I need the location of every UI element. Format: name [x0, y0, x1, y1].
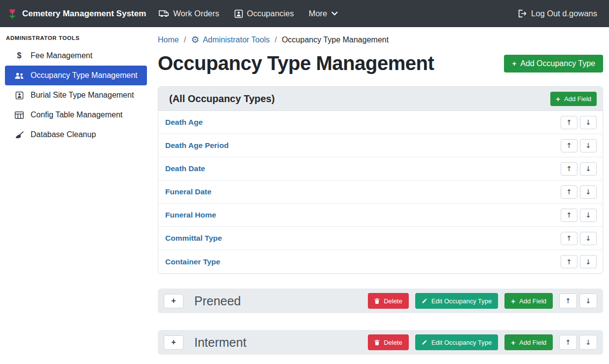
move-down-button[interactable]: ↓ [580, 162, 597, 176]
occupancy-box-icon [234, 9, 243, 18]
sidebar-item-label: Fee Management [31, 51, 92, 60]
field-link-death-age-period[interactable]: Death Age Period [165, 141, 229, 150]
sidebar-item-fee-management[interactable]: $ Fee Management [5, 46, 147, 66]
add-occupancy-type-button[interactable]: + Add Occupancy Type [504, 55, 603, 73]
add-occupancy-type-label: Add Occupancy Type [520, 59, 595, 68]
sidebar-item-database-cleanup[interactable]: Database Cleanup [5, 125, 147, 145]
sidebar-item-burial-site-type-management[interactable]: Burial Site Type Management [5, 85, 147, 105]
breadcrumb-separator: / [275, 36, 277, 44]
breadcrumb-admin-tools-link[interactable]: ⚙ Administrator Tools [191, 35, 270, 44]
navbar-links: Work Orders Occupancies More [159, 9, 337, 18]
chevron-down-icon [331, 11, 338, 16]
breadcrumb: Home / ⚙ Administrator Tools / Occupancy… [158, 35, 603, 44]
move-down-button[interactable]: ↓ [580, 255, 597, 268]
move-up-button[interactable]: ↑ [561, 209, 577, 222]
pencil-icon [422, 298, 428, 304]
reorder-controls: ↑ ↓ [561, 255, 597, 268]
pencil-icon [422, 339, 428, 345]
broom-icon [14, 131, 25, 139]
plus-icon: + [556, 95, 560, 103]
delete-button[interactable]: Delete [368, 334, 409, 350]
field-link-committal-type[interactable]: Committal Type [165, 234, 222, 243]
add-field-label: Add Field [519, 339, 546, 346]
occupancy-type-section-interment: + Interment Delete Edit Occupancy Type + [158, 330, 603, 355]
reorder-controls: ↑ ↓ [559, 293, 597, 308]
move-up-button[interactable]: ↑ [561, 232, 577, 245]
reorder-controls: ↑ ↓ [561, 116, 597, 129]
field-link-death-age[interactable]: Death Age [165, 118, 203, 127]
sidebar-item-label: Burial Site Type Management [31, 91, 134, 100]
edit-occupancy-type-button[interactable]: Edit Occupancy Type [415, 293, 499, 309]
plus-icon: + [511, 297, 515, 305]
trash-icon [374, 339, 380, 346]
burial-site-icon [14, 91, 25, 100]
move-up-button[interactable]: ↑ [561, 139, 577, 152]
field-link-funeral-date[interactable]: Funeral Date [165, 187, 212, 196]
field-row: Funeral Date ↑ ↓ [158, 181, 603, 204]
all-occupancy-types-card: (All Occupancy Types) + Add Field Death … [158, 86, 603, 274]
field-row: Death Age ↑ ↓ [158, 111, 603, 134]
delete-label: Delete [384, 297, 402, 305]
delete-button[interactable]: Delete [368, 293, 409, 309]
move-down-button[interactable]: ↓ [579, 293, 597, 308]
expand-button[interactable]: + [164, 335, 183, 350]
title-row: Occupancy Type Management + Add Occupanc… [158, 52, 603, 74]
sidebar: Administrator Tools $ Fee Management Occ… [0, 27, 152, 364]
move-up-button[interactable]: ↑ [559, 335, 577, 350]
table-icon [14, 111, 25, 119]
move-down-button[interactable]: ↓ [580, 185, 597, 199]
move-down-button[interactable]: ↓ [580, 209, 597, 222]
field-link-container-type[interactable]: Container Type [165, 257, 220, 266]
move-down-button[interactable]: ↓ [580, 139, 597, 152]
brand-title: Cemetery Management System [22, 9, 146, 19]
reorder-controls: ↑ ↓ [561, 209, 597, 222]
main-content: Home / ⚙ Administrator Tools / Occupancy… [152, 27, 609, 364]
move-up-button[interactable]: ↑ [561, 116, 577, 129]
move-down-button[interactable]: ↓ [580, 116, 597, 129]
gear-icon: ⚙ [191, 35, 199, 44]
occupancy-type-section-preneed: + Preneed Delete Edit Occupancy Type + [158, 289, 603, 313]
reorder-controls: ↑ ↓ [559, 335, 597, 350]
move-up-button[interactable]: ↑ [561, 255, 577, 268]
sidebar-item-occupancy-type-management[interactable]: Occupancy Type Management [5, 66, 147, 85]
users-icon [14, 72, 25, 79]
add-field-button[interactable]: + Add Field [504, 334, 553, 350]
move-up-button[interactable]: ↑ [561, 162, 577, 176]
reorder-controls: ↑ ↓ [561, 139, 597, 152]
add-field-button[interactable]: + Add Field [504, 293, 553, 309]
edit-occupancy-type-label: Edit Occupancy Type [431, 297, 492, 305]
move-down-button[interactable]: ↓ [580, 232, 597, 245]
logout-label: Log Out d.gowans [531, 9, 597, 18]
logout-button[interactable]: Log Out d.gowans [518, 9, 597, 18]
section-actions: Delete Edit Occupancy Type + Add Field ↑… [368, 334, 597, 350]
nav-work-orders[interactable]: Work Orders [159, 9, 219, 18]
sidebar-item-label: Database Cleanup [31, 130, 96, 139]
sidebar-item-config-table-management[interactable]: Config Table Management [5, 105, 147, 125]
add-field-button[interactable]: + Add Field [550, 92, 597, 106]
sidebar-item-label: Occupancy Type Management [31, 71, 138, 80]
field-link-funeral-home[interactable]: Funeral Home [165, 211, 216, 219]
trash-icon [374, 298, 380, 304]
section-title: Preneed [194, 294, 241, 308]
edit-occupancy-type-button[interactable]: Edit Occupancy Type [415, 334, 499, 350]
plus-icon: + [511, 339, 515, 346]
move-up-button[interactable]: ↑ [561, 185, 577, 199]
expand-button[interactable]: + [164, 294, 183, 308]
flower-logo-icon [7, 8, 18, 20]
field-link-death-date[interactable]: Death Date [165, 164, 205, 173]
field-row: Container Type ↑ ↓ [158, 250, 603, 273]
breadcrumb-separator: / [184, 36, 186, 44]
logout-icon [518, 9, 527, 18]
add-field-label: Add Field [564, 95, 591, 103]
move-down-button[interactable]: ↓ [579, 335, 597, 350]
delete-label: Delete [384, 339, 402, 346]
breadcrumb-home-link[interactable]: Home [158, 36, 179, 44]
nav-occupancies[interactable]: Occupancies [234, 9, 294, 18]
nav-more-label: More [309, 9, 327, 18]
brand[interactable]: Cemetery Management System [7, 8, 146, 20]
add-field-label: Add Field [519, 297, 546, 305]
nav-more[interactable]: More [309, 9, 338, 18]
field-row: Committal Type ↑ ↓ [158, 227, 603, 250]
section-title: Interment [194, 335, 247, 350]
move-up-button[interactable]: ↑ [559, 293, 577, 308]
